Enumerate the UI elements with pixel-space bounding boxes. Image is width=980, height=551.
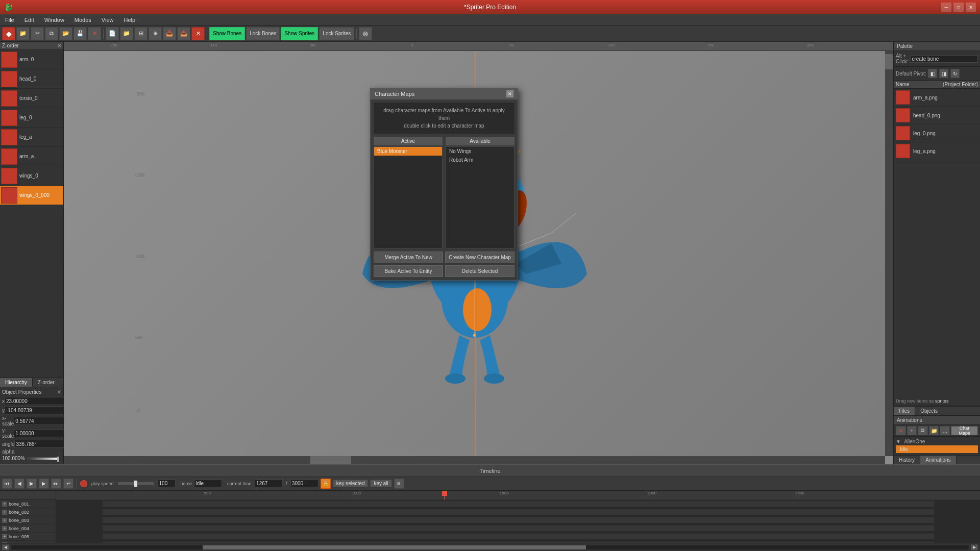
zorder-close[interactable]: ✕ xyxy=(57,43,61,48)
timeline-scrubber[interactable] xyxy=(444,491,445,499)
tracks-content[interactable]: 500 1000 1500 2000 2500 xyxy=(56,491,980,543)
show-bones-button[interactable]: Show Bones xyxy=(209,27,245,40)
close-button[interactable]: ✕ xyxy=(966,3,976,12)
settings-btn[interactable]: ✕ xyxy=(191,27,205,40)
scroll-thumb-v[interactable] xyxy=(885,54,893,69)
lock-bones-button[interactable]: Lock Bones xyxy=(246,27,280,40)
palette-item-arm-a[interactable]: arm_a.png xyxy=(894,89,980,107)
skip-end-btn[interactable]: ⏭ xyxy=(51,479,61,489)
maximize-button[interactable]: □ xyxy=(953,3,964,12)
char-map-robot-arm[interactable]: Robot Arm xyxy=(446,156,514,164)
zorder-item[interactable]: head_0 xyxy=(0,69,63,89)
lock-sprites-button[interactable]: Lock Sprites xyxy=(319,27,354,40)
open2-btn[interactable]: 📂 xyxy=(59,27,72,40)
lock-time-btn[interactable]: 🔒 xyxy=(321,479,331,489)
y-input[interactable] xyxy=(5,406,72,414)
track-expand[interactable]: + xyxy=(2,510,7,515)
open-btn[interactable]: 📁 xyxy=(16,27,30,40)
speed-value-input[interactable] xyxy=(158,480,176,487)
pivot-btn-1[interactable]: ◧ xyxy=(928,69,937,78)
anim-folder-btn[interactable]: 📁 xyxy=(929,426,939,435)
scrollbar-vertical[interactable] xyxy=(885,51,893,456)
tl-scroll-right[interactable]: ▶ xyxy=(971,544,978,550)
play-btn[interactable]: ▶ xyxy=(27,479,37,489)
grid-btn[interactable]: ⊞ xyxy=(134,27,148,40)
delete-btn[interactable]: ✕ xyxy=(88,27,101,40)
loop-btn[interactable]: ↩ xyxy=(63,479,74,489)
obj-prop-close[interactable]: ✕ xyxy=(57,389,61,395)
copy-btn[interactable]: ⧉ xyxy=(45,27,58,40)
key-all-btn[interactable]: key all xyxy=(370,480,391,487)
char-map-no-wings[interactable]: No Wings xyxy=(446,147,514,156)
save2-btn[interactable]: 📄 xyxy=(106,27,119,40)
zorder-item[interactable]: leg_0 xyxy=(0,108,63,128)
zorder-item[interactable]: wings_0 xyxy=(0,166,63,186)
track-expand[interactable]: + xyxy=(2,502,7,507)
anim-item-idle[interactable]: Idle xyxy=(896,445,978,453)
current-time-input[interactable] xyxy=(255,480,283,487)
alpha-slider[interactable] xyxy=(27,457,59,460)
track-expand[interactable]: + xyxy=(2,526,7,531)
char-maps-tab-btn[interactable]: Char Maps xyxy=(951,426,978,435)
menu-edit[interactable]: Edit xyxy=(19,16,39,24)
show-sprites-button[interactable]: Show Sprites xyxy=(281,27,318,40)
create-new-char-map-button[interactable]: Create New Character Map xyxy=(445,252,514,263)
hierarchy-tab[interactable]: Hierarchy xyxy=(0,378,33,387)
objects-tab[interactable]: Objects xyxy=(915,407,943,415)
anim-more-btn[interactable]: … xyxy=(940,426,950,435)
palette-item-head-0[interactable]: head_0.png xyxy=(894,107,980,124)
tl-scroll-left[interactable]: ◀ xyxy=(2,544,9,550)
next-frame-btn[interactable]: ▶ xyxy=(39,479,49,489)
scroll-thumb-h[interactable] xyxy=(310,456,351,464)
anim-copy-btn[interactable]: ⧉ xyxy=(918,426,928,435)
record-btn[interactable] xyxy=(80,480,87,487)
zorder-item[interactable]: torsio_0 xyxy=(0,89,63,108)
save-btn[interactable]: 💾 xyxy=(74,27,87,40)
menu-view[interactable]: View xyxy=(96,16,119,24)
x-input[interactable] xyxy=(5,397,72,405)
track-expand[interactable]: + xyxy=(2,534,7,539)
create-bone-input[interactable] xyxy=(910,55,978,63)
menu-modes[interactable]: Modes xyxy=(69,16,96,24)
scrollbar-horizontal[interactable] xyxy=(64,456,885,464)
pivot2-btn[interactable]: ⊛ xyxy=(359,27,372,40)
zorder-item[interactable]: leg_a xyxy=(0,128,63,147)
total-time-input[interactable] xyxy=(290,480,318,487)
menu-window[interactable]: Window xyxy=(39,16,69,24)
delete-selected-button[interactable]: Delete Selected xyxy=(445,265,514,277)
tl-extra-btn[interactable]: ⊟ xyxy=(394,479,404,489)
prev-frame-btn[interactable]: ◀ xyxy=(14,479,24,489)
folder-btn[interactable]: 📁 xyxy=(120,27,133,40)
tl-scroll-track[interactable] xyxy=(11,545,969,549)
palette-item-leg-a[interactable]: leg_a.png xyxy=(894,142,980,160)
zorder-tab[interactable]: Z-order xyxy=(33,378,60,387)
cut-btn[interactable]: ✂ xyxy=(31,27,44,40)
merge-active-button[interactable]: Merge Active To New xyxy=(374,252,443,263)
import-btn[interactable]: 📥 xyxy=(163,27,176,40)
zorder-item[interactable]: arm_0 xyxy=(0,50,63,69)
export-btn[interactable]: 📤 xyxy=(177,27,190,40)
bake-active-button[interactable]: Bake Active To Entity xyxy=(374,265,443,277)
anim-add-btn[interactable]: + xyxy=(907,426,917,435)
pivot-btn-2[interactable]: ◨ xyxy=(939,69,948,78)
key-selected-btn[interactable]: key selected xyxy=(333,480,369,487)
pivot-refresh[interactable]: ↻ xyxy=(950,69,960,78)
char-maps-close-button[interactable]: ✕ xyxy=(506,90,513,97)
minimize-button[interactable]: ─ xyxy=(941,3,951,12)
zorder-item-selected[interactable]: wings_0_000 xyxy=(0,186,63,205)
skip-start-btn[interactable]: ⏮ xyxy=(2,479,12,489)
anim-delete-btn[interactable]: ✕ xyxy=(896,426,906,435)
menu-help[interactable]: Help xyxy=(119,16,141,24)
zorder-item[interactable]: arm_a xyxy=(0,147,63,166)
pivot-btn[interactable]: ⊕ xyxy=(149,27,162,40)
anim-name-input[interactable] xyxy=(194,480,222,487)
track-expand[interactable]: + xyxy=(2,518,7,523)
menu-file[interactable]: File xyxy=(0,16,19,24)
animations-tab[interactable]: Animations xyxy=(920,456,956,464)
new-btn[interactable]: ◆ xyxy=(2,27,15,40)
files-tab[interactable]: Files xyxy=(894,407,915,415)
char-map-blue-monster[interactable]: Blue Monster xyxy=(374,147,442,156)
play-speed-slider[interactable] xyxy=(118,482,154,485)
palette-item-leg-0[interactable]: leg_0.png xyxy=(894,124,980,142)
history-tab[interactable]: History xyxy=(894,456,920,464)
